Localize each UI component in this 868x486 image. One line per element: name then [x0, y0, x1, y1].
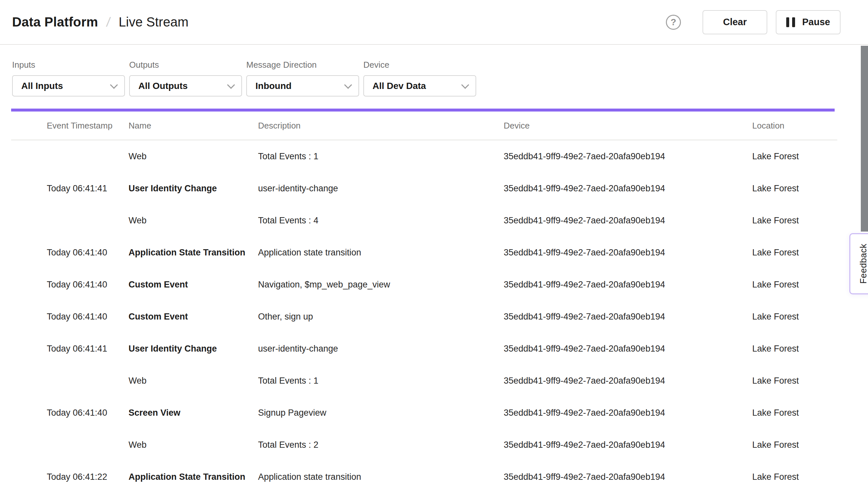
cell-device: 35eddb41-9ff9-49e2-7aed-20afa90eb194: [504, 408, 752, 418]
top-header: Data Platform / Live Stream ? Clear Paus…: [0, 0, 868, 45]
cell-description: user-identity-change: [258, 344, 504, 354]
table-header-row: Event Timestamp Name Description Device …: [11, 112, 837, 140]
table-row[interactable]: Today 06:41:40 Screen View Signup Pagevi…: [11, 397, 837, 429]
cell-description: Total Events : 2: [258, 440, 504, 450]
filter-dropdown[interactable]: All Dev Data: [363, 75, 476, 96]
cell-location: Lake Forest: [752, 440, 837, 450]
cell-name: Application State Transition: [128, 248, 258, 258]
table-row[interactable]: Today 06:41:40 Application State Transit…: [11, 237, 837, 269]
breadcrumb: Data Platform / Live Stream: [12, 15, 188, 29]
table-row[interactable]: Web Total Events : 1 35eddb41-9ff9-49e2-…: [11, 140, 837, 172]
chevron-down-icon: [461, 81, 469, 89]
cell-device: 35eddb41-9ff9-49e2-7aed-20afa90eb194: [504, 376, 752, 386]
breadcrumb-section[interactable]: Data Platform: [12, 15, 98, 29]
cell-name: User Identity Change: [128, 344, 258, 354]
feedback-tab-label: Feedback: [854, 244, 868, 284]
cell-device: 35eddb41-9ff9-49e2-7aed-20afa90eb194: [504, 215, 752, 226]
cell-name: Web: [128, 440, 258, 450]
column-header-location: Location: [752, 121, 837, 131]
cell-location: Lake Forest: [752, 280, 837, 290]
filter-group: Message Direction Inbound: [246, 60, 359, 96]
cell-location: Lake Forest: [752, 183, 837, 193]
table-row[interactable]: Web Total Events : 4 35eddb41-9ff9-49e2-…: [11, 204, 837, 237]
table-row[interactable]: Today 06:41:22 Application State Transit…: [11, 461, 837, 486]
cell-device: 35eddb41-9ff9-49e2-7aed-20afa90eb194: [504, 312, 752, 322]
filter-group: Device All Dev Data: [363, 60, 476, 96]
clear-button[interactable]: Clear: [703, 10, 767, 34]
filter-selected-value: All Inputs: [21, 81, 63, 91]
vertical-scrollbar-thumb[interactable]: [861, 46, 868, 232]
cell-name: Web: [128, 376, 258, 386]
cell-device: 35eddb41-9ff9-49e2-7aed-20afa90eb194: [504, 440, 752, 450]
event-table: Event Timestamp Name Description Device …: [11, 112, 837, 486]
cell-location: Lake Forest: [752, 215, 837, 226]
header-actions: ? Clear Pause: [666, 10, 840, 34]
cell-location: Lake Forest: [752, 151, 837, 161]
cell-name: Custom Event: [128, 312, 258, 322]
cell-event-timestamp: Today 06:41:40: [47, 312, 128, 322]
cell-description: Signup Pageview: [258, 408, 504, 418]
cell-location: Lake Forest: [752, 376, 837, 386]
cell-location: Lake Forest: [752, 472, 837, 482]
cell-name: Web: [128, 215, 258, 226]
cell-location: Lake Forest: [752, 408, 837, 418]
chevron-down-icon: [344, 81, 352, 89]
cell-name: Web: [128, 151, 258, 161]
cell-name: User Identity Change: [128, 183, 258, 193]
accent-bar: [11, 109, 835, 112]
filter-label: Inputs: [12, 60, 125, 70]
table-body: Web Total Events : 1 35eddb41-9ff9-49e2-…: [11, 140, 837, 486]
pause-button[interactable]: Pause: [776, 10, 840, 34]
cell-device: 35eddb41-9ff9-49e2-7aed-20afa90eb194: [504, 344, 752, 354]
cell-device: 35eddb41-9ff9-49e2-7aed-20afa90eb194: [504, 280, 752, 290]
pause-icon: [786, 17, 795, 27]
cell-location: Lake Forest: [752, 248, 837, 258]
cell-description: user-identity-change: [258, 183, 504, 193]
clear-button-label: Clear: [723, 17, 747, 28]
filter-dropdown[interactable]: All Inputs: [12, 75, 125, 96]
cell-event-timestamp: Today 06:41:40: [47, 280, 128, 290]
table-row[interactable]: Web Total Events : 1 35eddb41-9ff9-49e2-…: [11, 365, 837, 397]
cell-event-timestamp: Today 06:41:40: [47, 248, 128, 258]
table-row[interactable]: Web Total Events : 2 35eddb41-9ff9-49e2-…: [11, 429, 837, 461]
table-row[interactable]: Today 06:41:40 Custom Event Other, sign …: [11, 301, 837, 333]
filter-selected-value: Inbound: [255, 81, 291, 91]
cell-event-timestamp: Today 06:41:40: [47, 408, 128, 418]
cell-description: Other, sign up: [258, 312, 504, 322]
cell-event-timestamp: Today 06:41:41: [47, 183, 128, 193]
filter-group: Outputs All Outputs: [129, 60, 242, 96]
cell-event-timestamp: Today 06:41:41: [47, 344, 128, 354]
table-row[interactable]: Today 06:41:41 User Identity Change user…: [11, 172, 837, 204]
filter-label: Message Direction: [246, 60, 359, 70]
filters-bar: Inputs All Inputs Outputs All Outputs Me…: [0, 45, 868, 109]
cell-name: Custom Event: [128, 280, 258, 290]
filter-label: Outputs: [129, 60, 242, 70]
chevron-down-icon: [110, 81, 118, 89]
cell-description: Total Events : 4: [258, 215, 504, 226]
cell-location: Lake Forest: [752, 312, 837, 322]
filter-label: Device: [363, 60, 476, 70]
table-row[interactable]: Today 06:41:40 Custom Event Navigation, …: [11, 269, 837, 301]
feedback-tab[interactable]: Feedback: [849, 233, 868, 294]
cell-description: Application state transition: [258, 248, 504, 258]
table-row[interactable]: Today 06:41:41 User Identity Change user…: [11, 333, 837, 365]
cell-event-timestamp: Today 06:41:22: [47, 472, 128, 482]
column-header-device: Device: [504, 121, 752, 131]
chevron-down-icon: [227, 81, 235, 89]
breadcrumb-separator: /: [106, 15, 111, 29]
cell-device: 35eddb41-9ff9-49e2-7aed-20afa90eb194: [504, 472, 752, 482]
filter-dropdown[interactable]: Inbound: [246, 75, 359, 96]
cell-description: Application state transition: [258, 472, 504, 482]
live-stream-page: Data Platform / Live Stream ? Clear Paus…: [0, 0, 868, 486]
pause-button-label: Pause: [802, 17, 830, 28]
filter-group: Inputs All Inputs: [12, 60, 125, 96]
column-header-name: Name: [128, 121, 258, 131]
filter-selected-value: All Outputs: [138, 81, 188, 91]
help-icon[interactable]: ?: [666, 15, 681, 30]
filter-dropdown[interactable]: All Outputs: [129, 75, 242, 96]
cell-device: 35eddb41-9ff9-49e2-7aed-20afa90eb194: [504, 248, 752, 258]
cell-description: Total Events : 1: [258, 376, 504, 386]
column-header-event-timestamp: Event Timestamp: [47, 121, 128, 131]
cell-description: Total Events : 1: [258, 151, 504, 161]
column-header-description: Description: [258, 121, 504, 131]
